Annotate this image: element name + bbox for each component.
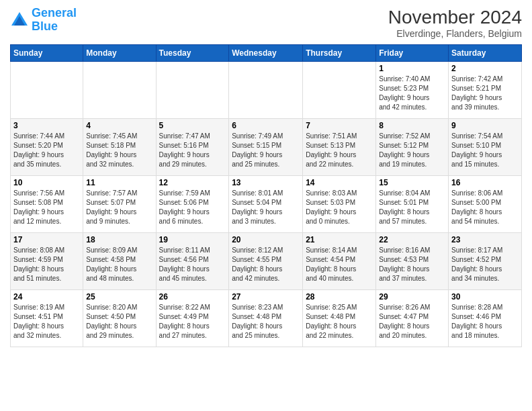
day-number: 11 — [86, 178, 152, 187]
day-number: 10 — [13, 178, 80, 187]
day-info: Sunrise: 8:20 AM Sunset: 4:50 PM Dayligh… — [86, 303, 152, 340]
day-number: 20 — [232, 235, 300, 244]
day-number: 16 — [451, 178, 519, 187]
header-monday: Monday — [83, 45, 156, 62]
calendar-cell: 4Sunrise: 7:45 AM Sunset: 5:18 PM Daylig… — [83, 119, 156, 176]
day-number: 8 — [379, 121, 445, 130]
calendar-cell: 12Sunrise: 7:59 AM Sunset: 5:06 PM Dayli… — [156, 176, 229, 233]
day-info: Sunrise: 7:52 AM Sunset: 5:12 PM Dayligh… — [379, 132, 445, 169]
day-number: 14 — [306, 178, 373, 187]
calendar-cell — [303, 62, 376, 119]
logo: General Blue — [10, 7, 77, 34]
day-number: 21 — [306, 235, 373, 244]
calendar-cell: 20Sunrise: 8:12 AM Sunset: 4:55 PM Dayli… — [229, 233, 303, 290]
logo-blue: Blue — [32, 20, 77, 34]
logo-text: General Blue — [32, 7, 77, 34]
header-tuesday: Tuesday — [156, 45, 229, 62]
day-number: 9 — [451, 121, 519, 130]
day-info: Sunrise: 7:57 AM Sunset: 5:07 PM Dayligh… — [86, 189, 152, 226]
day-number: 5 — [159, 121, 226, 130]
calendar-cell: 27Sunrise: 8:23 AM Sunset: 4:48 PM Dayli… — [229, 290, 303, 347]
calendar-cell: 30Sunrise: 8:28 AM Sunset: 4:46 PM Dayli… — [449, 290, 522, 347]
calendar-cell: 29Sunrise: 8:26 AM Sunset: 4:47 PM Dayli… — [376, 290, 449, 347]
calendar-cell: 11Sunrise: 7:57 AM Sunset: 5:07 PM Dayli… — [83, 176, 156, 233]
calendar-cell: 28Sunrise: 8:25 AM Sunset: 4:48 PM Dayli… — [303, 290, 376, 347]
calendar-cell: 3Sunrise: 7:44 AM Sunset: 5:20 PM Daylig… — [11, 119, 83, 176]
day-number: 24 — [13, 292, 80, 302]
day-number: 3 — [13, 121, 80, 130]
calendar-cell: 9Sunrise: 7:54 AM Sunset: 5:10 PM Daylig… — [449, 119, 522, 176]
calendar-cell: 10Sunrise: 7:56 AM Sunset: 5:08 PM Dayli… — [11, 176, 83, 233]
page: General Blue November 2024 Elverdinge, F… — [0, 0, 532, 411]
calendar-cell: 2Sunrise: 7:42 AM Sunset: 5:21 PM Daylig… — [449, 62, 522, 119]
calendar-cell — [229, 62, 303, 119]
day-number: 2 — [451, 64, 519, 73]
day-number: 17 — [13, 235, 80, 244]
day-info: Sunrise: 8:06 AM Sunset: 5:00 PM Dayligh… — [451, 189, 519, 226]
day-info: Sunrise: 8:03 AM Sunset: 5:03 PM Dayligh… — [306, 189, 373, 226]
day-info: Sunrise: 8:28 AM Sunset: 4:46 PM Dayligh… — [451, 303, 519, 340]
day-number: 1 — [379, 64, 445, 73]
day-info: Sunrise: 8:16 AM Sunset: 4:53 PM Dayligh… — [379, 246, 445, 283]
day-info: Sunrise: 8:25 AM Sunset: 4:48 PM Dayligh… — [306, 303, 373, 340]
day-number: 15 — [379, 178, 445, 187]
day-number: 27 — [232, 292, 300, 302]
calendar-cell: 17Sunrise: 8:08 AM Sunset: 4:59 PM Dayli… — [11, 233, 83, 290]
calendar-cell: 15Sunrise: 8:04 AM Sunset: 5:01 PM Dayli… — [376, 176, 449, 233]
day-number: 18 — [86, 235, 152, 244]
calendar-week-row-0: 1Sunrise: 7:40 AM Sunset: 5:23 PM Daylig… — [11, 62, 522, 119]
day-info: Sunrise: 7:45 AM Sunset: 5:18 PM Dayligh… — [86, 132, 152, 169]
calendar-week-row-2: 10Sunrise: 7:56 AM Sunset: 5:08 PM Dayli… — [11, 176, 522, 233]
day-info: Sunrise: 7:47 AM Sunset: 5:16 PM Dayligh… — [159, 132, 226, 169]
day-info: Sunrise: 7:40 AM Sunset: 5:23 PM Dayligh… — [379, 75, 445, 112]
day-number: 25 — [86, 292, 152, 302]
day-number: 22 — [379, 235, 445, 244]
calendar-cell — [83, 62, 156, 119]
day-info: Sunrise: 8:14 AM Sunset: 4:54 PM Dayligh… — [306, 246, 373, 283]
calendar-cell: 7Sunrise: 7:51 AM Sunset: 5:13 PM Daylig… — [303, 119, 376, 176]
calendar-header-row: Sunday Monday Tuesday Wednesday Thursday… — [11, 45, 522, 62]
day-info: Sunrise: 8:09 AM Sunset: 4:58 PM Dayligh… — [86, 246, 152, 283]
day-number: 13 — [232, 178, 300, 187]
subtitle: Elverdinge, Flanders, Belgium — [388, 28, 522, 39]
day-info: Sunrise: 8:26 AM Sunset: 4:47 PM Dayligh… — [379, 303, 445, 340]
header-wednesday: Wednesday — [229, 45, 303, 62]
day-info: Sunrise: 8:19 AM Sunset: 4:51 PM Dayligh… — [13, 303, 80, 340]
day-info: Sunrise: 8:22 AM Sunset: 4:49 PM Dayligh… — [159, 303, 226, 340]
calendar-cell: 22Sunrise: 8:16 AM Sunset: 4:53 PM Dayli… — [376, 233, 449, 290]
calendar-cell: 6Sunrise: 7:49 AM Sunset: 5:15 PM Daylig… — [229, 119, 303, 176]
calendar-cell — [11, 62, 83, 119]
day-info: Sunrise: 8:04 AM Sunset: 5:01 PM Dayligh… — [379, 189, 445, 226]
calendar-week-row-4: 24Sunrise: 8:19 AM Sunset: 4:51 PM Dayli… — [11, 290, 522, 347]
day-number: 4 — [86, 121, 152, 130]
day-info: Sunrise: 7:49 AM Sunset: 5:15 PM Dayligh… — [232, 132, 300, 169]
logo-general: General — [32, 6, 77, 19]
day-info: Sunrise: 8:08 AM Sunset: 4:59 PM Dayligh… — [13, 246, 80, 283]
calendar-cell: 16Sunrise: 8:06 AM Sunset: 5:00 PM Dayli… — [449, 176, 522, 233]
day-number: 26 — [159, 292, 226, 302]
day-number: 12 — [159, 178, 226, 187]
header-thursday: Thursday — [303, 45, 376, 62]
calendar-cell: 5Sunrise: 7:47 AM Sunset: 5:16 PM Daylig… — [156, 119, 229, 176]
calendar-cell: 26Sunrise: 8:22 AM Sunset: 4:49 PM Dayli… — [156, 290, 229, 347]
calendar-cell: 13Sunrise: 8:01 AM Sunset: 5:04 PM Dayli… — [229, 176, 303, 233]
header: General Blue November 2024 Elverdinge, F… — [10, 7, 522, 39]
calendar-table: Sunday Monday Tuesday Wednesday Thursday… — [10, 44, 522, 347]
main-title: November 2024 — [388, 7, 522, 28]
calendar-cell: 21Sunrise: 8:14 AM Sunset: 4:54 PM Dayli… — [303, 233, 376, 290]
calendar-cell: 24Sunrise: 8:19 AM Sunset: 4:51 PM Dayli… — [11, 290, 83, 347]
calendar-week-row-3: 17Sunrise: 8:08 AM Sunset: 4:59 PM Dayli… — [11, 233, 522, 290]
day-info: Sunrise: 7:44 AM Sunset: 5:20 PM Dayligh… — [13, 132, 80, 169]
day-number: 28 — [306, 292, 373, 302]
header-saturday: Saturday — [449, 45, 522, 62]
day-info: Sunrise: 8:11 AM Sunset: 4:56 PM Dayligh… — [159, 246, 226, 283]
day-number: 7 — [306, 121, 373, 130]
calendar-cell: 19Sunrise: 8:11 AM Sunset: 4:56 PM Dayli… — [156, 233, 229, 290]
day-number: 30 — [451, 292, 519, 302]
day-number: 23 — [451, 235, 519, 244]
title-block: November 2024 Elverdinge, Flanders, Belg… — [388, 7, 522, 39]
calendar-cell: 1Sunrise: 7:40 AM Sunset: 5:23 PM Daylig… — [376, 62, 449, 119]
day-number: 6 — [232, 121, 300, 130]
day-info: Sunrise: 7:56 AM Sunset: 5:08 PM Dayligh… — [13, 189, 80, 226]
day-number: 29 — [379, 292, 445, 302]
